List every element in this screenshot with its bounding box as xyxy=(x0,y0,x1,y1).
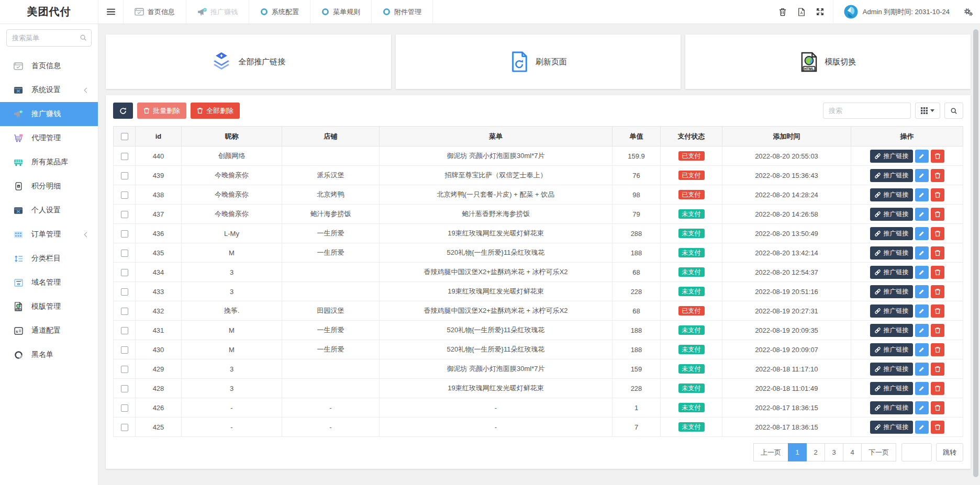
promo-link-button[interactable]: 推广链接 xyxy=(870,343,913,356)
select-all-checkbox[interactable] xyxy=(121,133,128,140)
promo-link-button[interactable]: 推广链接 xyxy=(870,304,913,318)
edit-button[interactable] xyxy=(915,382,929,395)
row-checkbox[interactable] xyxy=(121,424,128,431)
card-all-promo-links[interactable]: 全部推广链接 xyxy=(106,35,391,89)
sidebar-item-promo-earn[interactable]: $ 推广赚钱 xyxy=(0,102,98,126)
promo-link-button[interactable]: 推广链接 xyxy=(870,266,913,279)
edit-button[interactable] xyxy=(915,246,929,260)
edit-button[interactable] xyxy=(915,266,929,279)
sidebar-item-category-columns[interactable]: 分类栏目 xyxy=(0,246,98,270)
delete-button[interactable] xyxy=(931,421,944,434)
menu-search-input[interactable] xyxy=(6,29,92,47)
card-refresh-page[interactable]: 刷新页面 xyxy=(396,35,681,89)
tab-attachment-mgmt[interactable]: 附件管理 xyxy=(372,0,433,24)
row-checkbox[interactable] xyxy=(121,269,128,276)
edit-button[interactable] xyxy=(915,208,929,221)
delete-button[interactable] xyxy=(931,208,944,221)
admin-account-menu[interactable]: Admin 到期时间: 2031-10-24 xyxy=(837,5,957,19)
sidebar-item-channel-config[interactable]: s 通道配置 xyxy=(0,319,98,343)
edit-button[interactable] xyxy=(915,285,929,298)
delete-button[interactable] xyxy=(931,169,944,182)
delete-button[interactable] xyxy=(931,150,944,163)
table-search-input[interactable] xyxy=(823,103,911,119)
row-checkbox[interactable] xyxy=(121,404,128,412)
edit-button[interactable] xyxy=(915,401,929,414)
card-template-switch[interactable]: HTML 模版切换 xyxy=(685,35,971,89)
delete-button[interactable] xyxy=(931,343,944,356)
document-button[interactable]: A xyxy=(792,0,811,24)
prev-page-button[interactable]: 上一页 xyxy=(753,443,788,461)
edit-button[interactable] xyxy=(915,304,929,318)
promo-link-button[interactable]: 推广链接 xyxy=(870,285,913,298)
clear-cache-button[interactable] xyxy=(773,0,792,24)
sidebar-item-all-dishes[interactable]: 所有菜品库 xyxy=(0,150,98,174)
tab-system-config[interactable]: 系统配置 xyxy=(249,0,310,24)
row-checkbox[interactable] xyxy=(121,327,128,334)
tab-home-info[interactable]: 首页信息 xyxy=(124,0,186,24)
delete-button[interactable] xyxy=(931,246,944,260)
settings-button[interactable] xyxy=(957,0,980,24)
promo-link-button[interactable]: 推广链接 xyxy=(870,421,913,434)
delete-button[interactable] xyxy=(931,382,944,395)
page-button-1[interactable]: 1 xyxy=(788,443,807,461)
promo-link-button[interactable]: 推广链接 xyxy=(870,208,913,221)
tab-promo-earn[interactable]: $ 推广赚钱 xyxy=(186,0,249,24)
row-checkbox[interactable] xyxy=(121,288,128,296)
row-checkbox[interactable] xyxy=(121,211,128,218)
delete-button[interactable] xyxy=(931,188,944,201)
sidebar-item-agent-mgmt[interactable]: 代理管理 xyxy=(0,126,98,150)
page-jump-input[interactable] xyxy=(901,443,932,461)
sidebar-item-points-detail[interactable]: s 积分明细 xyxy=(0,174,98,198)
delete-button[interactable] xyxy=(931,363,944,376)
columns-dropdown-button[interactable] xyxy=(915,103,940,119)
tab-menu-rules[interactable]: 菜单规则 xyxy=(310,0,372,24)
delete-button[interactable] xyxy=(931,304,944,318)
delete-button[interactable] xyxy=(931,227,944,240)
page-button-2[interactable]: 2 xyxy=(806,443,825,461)
promo-link-button[interactable]: 推广链接 xyxy=(870,188,913,201)
delete-all-button[interactable]: 全部删除 xyxy=(191,103,240,119)
refresh-button[interactable] xyxy=(113,103,133,119)
delete-button[interactable] xyxy=(931,266,944,279)
delete-button[interactable] xyxy=(931,324,944,337)
fullscreen-button[interactable] xyxy=(811,0,830,24)
edit-button[interactable] xyxy=(915,188,929,201)
delete-button[interactable] xyxy=(931,285,944,298)
promo-link-button[interactable]: 推广链接 xyxy=(870,382,913,395)
sidebar-item-order-mgmt[interactable]: 订单管理 xyxy=(0,222,98,246)
scrollbar-thumb[interactable] xyxy=(973,29,978,477)
row-checkbox[interactable] xyxy=(121,191,128,199)
sidebar-item-system-settings[interactable]: 系统设置 xyxy=(0,78,98,102)
sidebar-item-blacklist[interactable]: 黑名单 xyxy=(0,343,98,367)
sidebar-item-template-mgmt[interactable]: HTML 模版管理 xyxy=(0,295,98,319)
row-checkbox[interactable] xyxy=(121,366,128,373)
promo-link-button[interactable]: 推广链接 xyxy=(870,324,913,337)
promo-link-button[interactable]: 推广链接 xyxy=(870,363,913,376)
edit-button[interactable] xyxy=(915,421,929,434)
page-jump-button[interactable]: 跳转 xyxy=(936,443,963,461)
edit-button[interactable] xyxy=(915,169,929,182)
edit-button[interactable] xyxy=(915,150,929,163)
delete-button[interactable] xyxy=(931,401,944,414)
promo-link-button[interactable]: 推广链接 xyxy=(870,246,913,260)
row-checkbox[interactable] xyxy=(121,230,128,238)
row-checkbox[interactable] xyxy=(121,308,128,315)
sidebar-item-domain-mgmt[interactable]: w 域名管理 xyxy=(0,270,98,295)
sidebar-item-home-info[interactable]: 首页信息 xyxy=(0,54,98,78)
edit-button[interactable] xyxy=(915,343,929,356)
sidebar-toggle-button[interactable] xyxy=(98,0,124,24)
promo-link-button[interactable]: 推广链接 xyxy=(870,150,913,163)
page-button-3[interactable]: 3 xyxy=(825,443,843,461)
row-checkbox[interactable] xyxy=(121,172,128,179)
row-checkbox[interactable] xyxy=(121,250,128,257)
next-page-button[interactable]: 下一页 xyxy=(861,443,896,461)
promo-link-button[interactable]: 推广链接 xyxy=(870,169,913,182)
row-checkbox[interactable] xyxy=(121,385,128,392)
edit-button[interactable] xyxy=(915,324,929,337)
edit-button[interactable] xyxy=(915,363,929,376)
row-checkbox[interactable] xyxy=(121,153,128,160)
promo-link-button[interactable]: 推广链接 xyxy=(870,227,913,240)
sidebar-item-personal-settings[interactable]: 个人设置 xyxy=(0,198,98,222)
table-search-button[interactable] xyxy=(944,103,963,119)
row-checkbox[interactable] xyxy=(121,346,128,354)
